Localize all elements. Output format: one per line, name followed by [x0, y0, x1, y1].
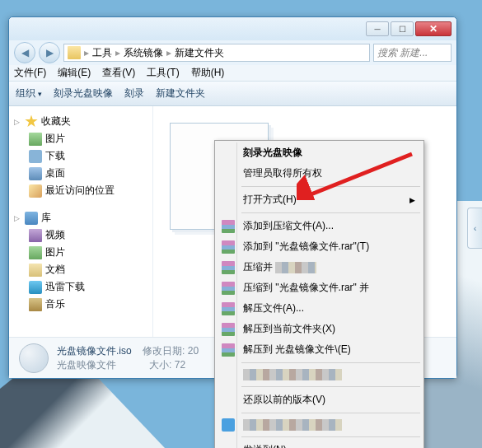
rar-icon	[222, 343, 235, 357]
sidebar-item-label: 图片	[45, 132, 65, 146]
cm-label: 压缩到 "光盘镜像文件.rar" 并	[243, 281, 369, 295]
organize-button[interactable]: 组织	[16, 86, 42, 100]
cm-add-to-archive[interactable]: 添加到压缩文件(A)...	[217, 216, 422, 236]
cm-open-with[interactable]: 打开方式(H)▶	[217, 189, 422, 210]
submenu-arrow-icon: ▶	[409, 196, 415, 204]
cm-extract-to[interactable]: 解压到 光盘镜像文件\(E)	[217, 339, 422, 360]
sidebar-item-label: 迅雷下载	[45, 280, 85, 294]
sidebar-item-thunder[interactable]: 迅雷下载	[14, 278, 147, 296]
sidebar-item-music[interactable]: 音乐	[14, 296, 147, 313]
rar-icon	[222, 282, 235, 295]
iso-icon	[19, 343, 49, 373]
sidebar-head-label: 收藏夹	[41, 114, 71, 128]
cm-compress-rar-and[interactable]: 压缩到 "光盘镜像文件.rar" 并	[217, 278, 422, 298]
cm-label: 管理员取得所有权	[243, 166, 322, 180]
sidebar-item-pictures[interactable]: 图片	[14, 130, 147, 147]
menu-edit[interactable]: 编辑(E)	[58, 66, 91, 80]
separator	[241, 413, 420, 413]
rar-icon	[222, 302, 235, 315]
documents-icon	[29, 264, 42, 277]
rar-icon	[222, 323, 235, 336]
cm-label: 解压到 光盘镜像文件\(E)	[243, 343, 351, 357]
toolbar: 组织 刻录光盘映像 刻录 新建文件夹	[9, 82, 456, 106]
cm-label: 添加到压缩文件(A)...	[243, 219, 334, 233]
thunder-icon	[29, 281, 42, 294]
maximize-button[interactable]: ☐	[391, 21, 414, 36]
details-filetype: 光盘映像文件	[57, 359, 116, 371]
star-icon	[25, 115, 38, 128]
details-size-value: 72	[175, 359, 185, 371]
forward-button[interactable]: ▶	[39, 42, 60, 63]
sidebar-item-pictures[interactable]: 图片	[14, 244, 147, 261]
cm-label: 发送到(N)	[243, 443, 287, 448]
download-icon	[29, 150, 42, 163]
sidebar-item-videos[interactable]: 视频	[14, 226, 147, 244]
collapse-icon: ▷	[14, 214, 21, 222]
separator	[241, 186, 420, 187]
menu-help[interactable]: 帮助(H)	[191, 66, 225, 80]
cm-obscured[interactable]	[217, 366, 422, 384]
cm-extract-here[interactable]: 解压到当前文件夹(X)	[217, 319, 422, 339]
sidebar-item-label: 音乐	[45, 297, 65, 311]
titlebar[interactable]: ─ ☐ ✕	[9, 17, 456, 40]
pictures-icon	[29, 246, 42, 259]
new-folder-button[interactable]: 新建文件夹	[156, 86, 205, 100]
separator	[241, 386, 420, 387]
nav-sidebar: ▷ 收藏夹 图片 下载 桌面 最近访问的位置 ▷ 库 视频 图片 文档 迅雷下载	[9, 106, 153, 337]
cm-label: 刻录光盘映像	[243, 146, 302, 160]
cm-extract-files[interactable]: 解压文件(A)...	[217, 298, 422, 319]
sidebar-item-recent[interactable]: 最近访问的位置	[14, 182, 147, 199]
cm-take-ownership[interactable]: 管理员取得所有权	[217, 163, 422, 184]
sidebar-item-label: 桌面	[45, 166, 65, 180]
library-icon	[25, 212, 38, 225]
folder-icon	[68, 46, 81, 59]
cm-label: 打开方式(H)	[243, 193, 297, 207]
details-filename: 光盘镜像文件.iso	[57, 345, 132, 357]
crumb[interactable]: 工具	[92, 46, 112, 60]
rar-icon	[222, 220, 235, 233]
minimize-button[interactable]: ─	[366, 21, 389, 36]
obscured-text	[275, 262, 316, 273]
sidebar-head-label: 库	[41, 211, 51, 225]
sidebar-item-desktop[interactable]: 桌面	[14, 165, 147, 182]
video-icon	[29, 229, 42, 242]
back-button[interactable]: ◀	[14, 42, 35, 63]
sidebar-libraries[interactable]: ▷ 库	[14, 209, 147, 226]
details-date-label: 修改日期:	[143, 345, 185, 357]
sidebar-item-label: 下载	[45, 149, 65, 163]
desktop-icon	[29, 167, 42, 180]
sidebar-item-label: 图片	[45, 245, 65, 259]
cm-label: 解压到当前文件夹(X)	[243, 322, 335, 336]
burn-button[interactable]: 刻录	[124, 86, 144, 100]
sidebar-favorites[interactable]: ▷ 收藏夹	[14, 113, 147, 130]
cm-compress-email[interactable]: 压缩并	[217, 257, 422, 278]
cm-restore-versions[interactable]: 还原以前的版本(V)	[217, 390, 422, 410]
app-icon	[222, 418, 235, 432]
cm-send-to[interactable]: 发送到(N)▶	[217, 440, 422, 448]
breadcrumb[interactable]: ▸ 工具 ▸ 系统镜像 ▸ 新建文件夹	[63, 44, 370, 62]
cm-label: 压缩并	[243, 260, 273, 274]
search-input[interactable]: 搜索 新建...	[373, 44, 452, 62]
crumb[interactable]: 系统镜像	[124, 46, 163, 60]
separator	[241, 212, 420, 213]
cm-obscured[interactable]	[217, 416, 422, 434]
sidebar-item-label: 最近访问的位置	[45, 184, 115, 198]
preview-pane-toggle[interactable]: ‹	[467, 208, 482, 249]
menu-tools[interactable]: 工具(T)	[147, 66, 179, 80]
sidebar-item-documents[interactable]: 文档	[14, 261, 147, 278]
separator	[241, 362, 420, 363]
cm-add-to-rar[interactable]: 添加到 "光盘镜像文件.rar"(T)	[217, 236, 422, 257]
pictures-icon	[29, 133, 42, 146]
crumb[interactable]: 新建文件夹	[175, 46, 224, 60]
cm-burn-image[interactable]: 刻录光盘映像	[217, 142, 422, 163]
menu-file[interactable]: 文件(F)	[14, 66, 46, 80]
details-size-label: 大小:	[149, 359, 171, 371]
sidebar-item-downloads[interactable]: 下载	[14, 147, 147, 165]
burn-image-button[interactable]: 刻录光盘映像	[54, 86, 113, 100]
menu-view[interactable]: 查看(V)	[102, 66, 135, 80]
sidebar-item-label: 视频	[45, 228, 65, 242]
context-menu: 刻录光盘映像 管理员取得所有权 打开方式(H)▶ 添加到压缩文件(A)... 添…	[214, 140, 424, 448]
music-icon	[29, 298, 42, 311]
close-button[interactable]: ✕	[415, 21, 452, 36]
collapse-icon: ▷	[14, 118, 21, 125]
